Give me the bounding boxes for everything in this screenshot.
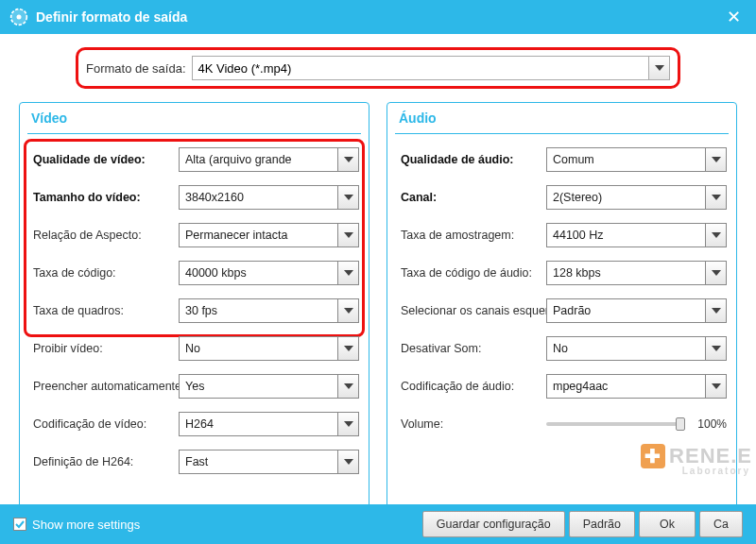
video-field-1-value: 3840x2160 (185, 191, 244, 204)
video-fields: Qualidade de vídeo:Alta (arquivo grandeT… (29, 141, 359, 481)
video-field-1-label: Tamanho do vídeo: (29, 191, 179, 204)
panel-divider (395, 133, 729, 134)
panel-divider (27, 133, 361, 134)
chevron-down-icon (705, 148, 726, 171)
output-format-label: Formato de saída: (86, 61, 186, 76)
app-icon (9, 8, 28, 26)
video-panel: Vídeo Qualidade de vídeo:Alta (arquivo g… (19, 102, 369, 504)
show-more-checkbox[interactable] (13, 518, 26, 531)
slider-track (546, 422, 685, 426)
volume-slider[interactable]: 100% (546, 417, 727, 431)
audio-field-2-label: Taxa de amostragem: (397, 229, 546, 242)
default-button[interactable]: Padrão (569, 511, 635, 537)
video-field-5-value: No (185, 342, 200, 355)
video-field-0-label: Qualidade de vídeo: (29, 153, 179, 166)
video-field-2-label: Relação de Aspecto: (29, 229, 179, 242)
video-field-7-select[interactable]: H264 (179, 412, 359, 436)
video-field-0-row: Qualidade de vídeo:Alta (arquivo grande (29, 141, 359, 178)
audio-field-6-row: Codificação de áudio:mpeg4aac (397, 367, 727, 405)
show-more-label[interactable]: Show more settings (32, 518, 140, 532)
audio-field-3-select[interactable]: 128 kbps (546, 261, 727, 285)
audio-field-1-value: 2(Stereo) (553, 191, 602, 204)
chevron-down-icon (337, 262, 358, 284)
chevron-down-icon (337, 299, 358, 322)
audio-field-0-row: Qualidade de áudio:Comum (397, 141, 727, 178)
video-field-1-select[interactable]: 3840x2160 (179, 185, 359, 210)
video-panel-title: Vídeo (31, 110, 67, 126)
audio-field-1-select[interactable]: 2(Stereo) (546, 185, 727, 210)
chevron-down-icon (705, 299, 726, 322)
video-field-0-value: Alta (arquivo grande (185, 153, 292, 166)
audio-field-4-select[interactable]: Padrão (546, 298, 727, 323)
video-field-3-value: 40000 kbps (185, 266, 247, 280)
video-field-6-label: Preencher automaticamente c (29, 380, 179, 393)
audio-field-5-label: Desativar Som: (397, 342, 546, 355)
svg-point-2 (17, 15, 22, 20)
volume-label: Volume: (397, 417, 546, 431)
chevron-down-icon (705, 337, 726, 360)
video-field-7-label: Codificação de vídeo: (29, 417, 179, 431)
output-format-select[interactable]: 4K Video (*.mp4) (192, 56, 671, 80)
cancel-button[interactable]: Ca (699, 511, 743, 537)
chevron-down-icon (705, 186, 726, 209)
video-field-8-value: Fast (185, 455, 208, 468)
audio-field-2-row: Taxa de amostragem:44100 Hz (397, 216, 727, 254)
audio-field-2-select[interactable]: 44100 Hz (546, 223, 727, 247)
audio-field-4-label: Selecionar os canais esquerdo (397, 304, 546, 317)
video-field-2-select[interactable]: Permanecer intacta (179, 223, 359, 247)
audio-field-1-row: Canal:2(Stereo) (397, 178, 727, 216)
footer-buttons: Guardar configuração Padrão Ok Ca (422, 511, 743, 537)
audio-field-3-row: Taxa de código de áudio:128 kbps (397, 254, 727, 292)
audio-field-2-value: 44100 Hz (553, 229, 604, 242)
audio-field-3-value: 128 kbps (553, 266, 601, 280)
volume-row: Volume: 100% (397, 405, 727, 443)
audio-field-0-select[interactable]: Comum (546, 147, 727, 172)
chevron-down-icon (337, 337, 358, 360)
audio-field-4-row: Selecionar os canais esquerdoPadrão (397, 292, 727, 330)
video-field-8-label: Definição de H264: (29, 455, 179, 468)
video-field-8-row: Definição de H264:Fast (29, 443, 359, 481)
dialog-window: Definir formato de saída ✕ Formato de sa… (0, 0, 756, 544)
video-field-6-row: Preencher automaticamente cYes (29, 367, 359, 405)
audio-field-4-value: Padrão (553, 304, 591, 317)
chevron-down-icon (648, 57, 669, 79)
video-field-4-select[interactable]: 30 fps (179, 298, 359, 323)
slider-thumb[interactable] (676, 417, 685, 431)
video-field-6-select[interactable]: Yes (179, 374, 359, 399)
audio-field-6-select[interactable]: mpeg4aac (546, 374, 727, 399)
output-format-row: Formato de saída: 4K Video (*.mp4) (76, 47, 680, 89)
audio-field-5-value: No (553, 342, 568, 355)
footer: Show more settings Guardar configuração … (0, 504, 756, 544)
video-field-3-label: Taxa de código: (29, 266, 179, 280)
audio-field-1-label: Canal: (397, 191, 546, 204)
volume-value: 100% (691, 417, 727, 431)
video-field-4-label: Taxa de quadros: (29, 304, 179, 317)
video-field-0-select[interactable]: Alta (arquivo grande (179, 147, 359, 172)
video-field-2-row: Relação de Aspecto:Permanecer intacta (29, 216, 359, 254)
video-field-1-row: Tamanho do vídeo:3840x2160 (29, 178, 359, 216)
video-field-3-select[interactable]: 40000 kbps (179, 261, 359, 285)
chevron-down-icon (337, 148, 358, 171)
ok-button[interactable]: Ok (639, 511, 696, 537)
audio-field-5-select[interactable]: No (546, 336, 727, 361)
video-field-5-select[interactable]: No (179, 336, 359, 361)
close-button[interactable]: ✕ (721, 7, 747, 27)
audio-panel-title: Áudio (399, 110, 437, 126)
chevron-down-icon (337, 413, 358, 435)
panels-container: Vídeo Qualidade de vídeo:Alta (arquivo g… (19, 102, 737, 504)
video-field-7-row: Codificação de vídeo:H264 (29, 405, 359, 443)
audio-field-0-value: Comum (553, 153, 594, 166)
chevron-down-icon (337, 450, 358, 473)
video-field-5-label: Proibir vídeo: (29, 342, 179, 355)
video-field-8-select[interactable]: Fast (179, 450, 359, 474)
audio-field-3-label: Taxa de código de áudio: (397, 266, 546, 280)
chevron-down-icon (337, 186, 358, 209)
video-field-7-value: H264 (185, 417, 214, 431)
audio-field-0-label: Qualidade de áudio: (397, 153, 546, 166)
content-area: Formato de saída: 4K Video (*.mp4) Vídeo… (0, 34, 756, 504)
video-field-2-value: Permanecer intacta (185, 229, 287, 242)
chevron-down-icon (337, 224, 358, 246)
chevron-down-icon (337, 375, 358, 398)
titlebar: Definir formato de saída ✕ (0, 0, 756, 34)
save-config-button[interactable]: Guardar configuração (422, 511, 565, 537)
